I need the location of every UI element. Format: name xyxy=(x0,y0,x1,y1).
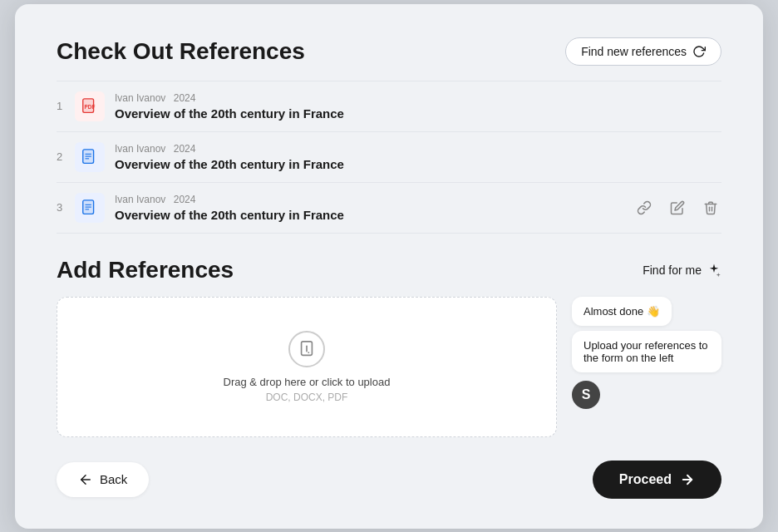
ref-title: Overview of the 20th century in France xyxy=(115,106,721,121)
add-section-header: Add References Find for me xyxy=(57,257,721,283)
upload-icon xyxy=(298,340,316,358)
back-button[interactable]: Back xyxy=(57,462,149,497)
delete-button[interactable] xyxy=(700,197,721,219)
find-for-me-label: Find for me xyxy=(643,264,702,277)
link-icon xyxy=(637,200,652,215)
doc-icon xyxy=(75,142,105,172)
upload-formats: DOC, DOCX, PDF xyxy=(266,392,348,403)
chat-bubble-2: Upload your references to the form on th… xyxy=(572,331,721,372)
ref-number: 2 xyxy=(57,150,75,163)
upload-icon-container xyxy=(288,331,325,367)
ref-meta: Ivan Ivanov 2024 xyxy=(115,92,721,104)
chat-avatar: S xyxy=(572,381,600,409)
find-new-label: Find new references xyxy=(581,45,687,58)
svg-point-14 xyxy=(308,352,309,353)
arrow-right-icon xyxy=(680,472,695,487)
reference-item: 3 Ivan Ivanov 2024 Overview of the 20th … xyxy=(57,183,721,234)
ref-meta: Ivan Ivanov 2024 xyxy=(115,143,721,155)
pdf-icon: PDF xyxy=(75,91,105,121)
footer: Back Proceed xyxy=(57,461,721,499)
ref-content: Ivan Ivanov 2024 Overview of the 20th ce… xyxy=(115,92,721,121)
reference-list: 1 PDF Ivan Ivanov 2024 Overview of the 2… xyxy=(57,81,721,234)
delete-icon xyxy=(703,200,718,215)
ref-meta: Ivan Ivanov 2024 xyxy=(115,194,620,205)
checkout-title: Check Out References xyxy=(57,38,305,65)
doc-icon xyxy=(75,193,105,223)
ref-content: Ivan Ivanov 2024 Overview of the 20th ce… xyxy=(115,143,721,171)
reference-item: 1 PDF Ivan Ivanov 2024 Overview of the 2… xyxy=(57,81,721,132)
find-new-references-button[interactable]: Find new references xyxy=(565,37,721,66)
arrow-left-icon xyxy=(78,472,93,487)
main-window: Check Out References Find new references… xyxy=(15,4,763,529)
link-button[interactable] xyxy=(633,197,655,219)
ref-title: Overview of the 20th century in France xyxy=(115,157,721,171)
refresh-icon xyxy=(692,45,706,58)
ref-number: 1 xyxy=(57,100,75,112)
edit-icon xyxy=(670,200,685,215)
proceed-button[interactable]: Proceed xyxy=(593,461,721,499)
ref-title: Overview of the 20th century in France xyxy=(115,208,620,222)
sparkle-icon xyxy=(707,263,721,278)
add-content-area: Drag & drop here or click to upload DOC,… xyxy=(57,297,721,437)
back-label: Back xyxy=(100,472,127,486)
upload-main-text: Drag & drop here or click to upload xyxy=(224,376,391,388)
find-for-me-button[interactable]: Find for me xyxy=(643,263,721,278)
proceed-label: Proceed xyxy=(619,472,672,487)
checkout-header: Check Out References Find new references xyxy=(57,37,721,66)
ref-actions xyxy=(633,197,721,219)
upload-zone[interactable]: Drag & drop here or click to upload DOC,… xyxy=(57,297,557,437)
reference-item: 2 Ivan Ivanov 2024 Overview of the 20th … xyxy=(57,132,721,183)
edit-button[interactable] xyxy=(667,197,688,219)
chat-panel: Almost done 👋 Upload your references to … xyxy=(572,297,721,409)
ref-number: 3 xyxy=(57,201,75,214)
svg-text:PDF: PDF xyxy=(85,103,96,109)
chat-bubble-1: Almost done 👋 xyxy=(572,297,672,326)
ref-content: Ivan Ivanov 2024 Overview of the 20th ce… xyxy=(115,194,620,222)
add-references-title: Add References xyxy=(57,257,234,283)
add-references-section: Add References Find for me xyxy=(57,257,721,437)
